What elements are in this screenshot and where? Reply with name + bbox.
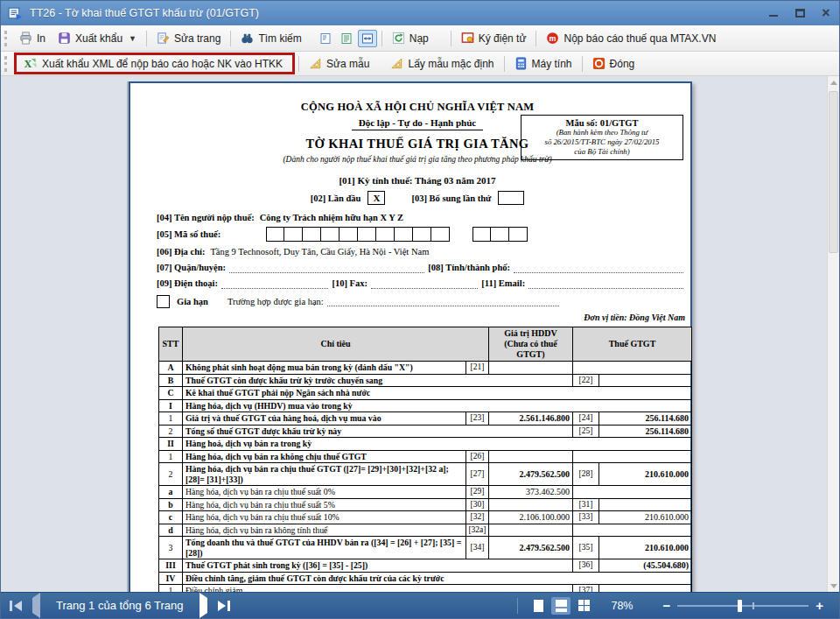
zoom-in-button[interactable]: + [808, 598, 830, 613]
dotted-line [229, 264, 424, 273]
zoom-slider[interactable] [677, 599, 808, 613]
table-cell: Giá trị và thuế GTGT của hàng hoá, dịch … [183, 412, 466, 426]
table-row: IIHàng hoá, dịch vụ bán ra trong kỳ [159, 438, 692, 451]
continuous-view-button[interactable] [551, 597, 570, 615]
window-title: TT26 - Tờ khai thuế GTGT khấu trừ (01/GT… [30, 7, 259, 19]
tax-code-label: [05] Mã số thuế: [157, 229, 220, 239]
page-indicator: Trang 1 của tổng 6 Trang [56, 599, 184, 612]
table-cell: 2.561.146.800 [488, 412, 572, 426]
table-cell: [22] [572, 374, 598, 387]
toolbar-grip[interactable] [4, 31, 9, 46]
toolbar-grip[interactable] [4, 56, 9, 72]
vertical-scrollbar[interactable] [827, 76, 839, 592]
table-cell: b [159, 498, 183, 511]
single-page-view-button[interactable] [528, 597, 548, 615]
table-cell: [23] [466, 412, 488, 426]
next-page-button[interactable] [200, 598, 207, 614]
mtax-submit-button[interactable]: m Nộp báo cáo thuế qua MTAX.VN [540, 28, 722, 48]
refresh-icon [392, 32, 405, 45]
minimize-button[interactable] [767, 7, 780, 19]
export-xml-button[interactable]: X Xuất khẩu XML để nộp báo cáo hoặc NK v… [19, 54, 287, 73]
table-cell: Hàng hóa, dịch vụ bán ra không chịu thuế… [183, 450, 466, 463]
table-cell: 2.479.562.500 [488, 537, 572, 559]
edit-page-button[interactable]: Sửa trang [150, 28, 227, 48]
national-motto: CỘNG HOÀ XÃ HỘI CHỦ NGHĨA VIỆT NAM [157, 101, 678, 114]
app-window: TT26 - Tờ khai thuế GTGT khấu trừ (01/GT… [0, 0, 840, 619]
table-cell: [30] [466, 498, 488, 511]
toolbar-separator [146, 31, 147, 46]
zoom-out-button[interactable]: − [655, 598, 677, 613]
table-cell: 2 [159, 463, 183, 486]
close-form-icon [592, 57, 606, 70]
taxpayer-value: Công ty Trách nhiệm hữu hạn X Y Z [260, 212, 403, 223]
zoom-slider-track[interactable] [677, 605, 808, 607]
table-cell [572, 362, 691, 375]
zoom-slider-thumb[interactable] [738, 600, 742, 612]
edit-page-label: Sửa trang [174, 32, 220, 45]
table-row: BThuế GTGT còn được khấu trừ kỳ trước ch… [159, 374, 692, 387]
export-button[interactable]: Xuất khẩu ▼ [52, 28, 143, 48]
calculator-button[interactable]: Máy tính [508, 53, 578, 74]
table-cell: 1 [159, 412, 183, 426]
print-button[interactable]: In [13, 28, 52, 48]
digital-sign-label: Ký điện tử [479, 32, 527, 45]
table-cell: C [159, 387, 183, 400]
table-header-cell: Thuế GTGT [572, 327, 691, 362]
edit-template-label: Sửa mẫu [326, 58, 369, 70]
last-page-button[interactable] [218, 601, 230, 611]
page-layout-icon [319, 32, 332, 45]
digital-sign-button[interactable]: Ký điện tử [455, 28, 533, 48]
table-cell: Thuế GTGT phát sinh trong kỳ ([36] = [35… [183, 559, 573, 573]
scroll-down-arrow-icon[interactable] [828, 580, 839, 592]
load-button[interactable]: Nạp [386, 28, 435, 48]
supplement-box [498, 191, 524, 205]
calculator-label: Máy tính [532, 58, 572, 70]
table-cell: 256.114.680 [598, 425, 691, 438]
table-cell: Hàng hoá, dịch vụ bán ra trong kỳ [183, 438, 692, 451]
table-cell: [25] [572, 425, 598, 438]
statusbar-separator [517, 598, 518, 614]
table-header-cell: Giá trị HDDV (Chưa có thuế GTGT) [488, 327, 572, 362]
table-cell: [28] [572, 463, 598, 486]
address-value: Tầng 9 Technosoft, Duy Tân, Cầu Giấy, Hà… [210, 246, 429, 257]
tax-code-suffix-cells [472, 227, 528, 242]
table-row: bHàng hóa, dịch vụ bán ra chịu thuế suất… [159, 498, 692, 511]
table-cell: [21] [466, 362, 488, 375]
table-cell: [37] [572, 585, 598, 593]
close-form-button[interactable]: Đóng [586, 53, 641, 74]
table-cell: Hàng hóa, dịch vụ bán ra không tính thuế [183, 524, 466, 537]
search-button[interactable]: Tìm kiếm [234, 28, 307, 48]
table-cell: 210.610.000 [598, 463, 691, 486]
view-continuous-button[interactable] [337, 30, 356, 47]
scroll-up-arrow-icon[interactable] [828, 76, 839, 88]
table-cell: [32a] [466, 524, 488, 537]
scrollbar-thumb[interactable] [829, 91, 838, 253]
toolbar-separator [230, 31, 231, 46]
app-icon [8, 6, 23, 21]
maximize-button[interactable] [794, 7, 806, 19]
form-number-note: (Ban hành kèm theo Thông tư [523, 128, 681, 137]
view-single-page-button[interactable] [316, 30, 335, 47]
table-cell [488, 524, 572, 537]
chevron-down-icon[interactable]: ▼ [129, 34, 136, 43]
mtax-submit-label: Nộp báo cáo thuế qua MTAX.VN [564, 32, 716, 45]
table-cell [598, 498, 691, 511]
close-window-button[interactable]: × [820, 7, 832, 19]
form-number-note: số 26/2015/TT-BTC ngày 27/02/2015 [523, 137, 681, 147]
view-fit-width-button[interactable] [358, 30, 377, 47]
edit-template-button[interactable]: Sửa mẫu [303, 53, 375, 74]
national-motto-2: Độc lập - Tự do - Hạnh phúc [352, 117, 483, 130]
default-template-button[interactable]: Lấy mẫu mặc định [384, 53, 500, 74]
table-header-cell: STT [159, 327, 183, 362]
toolbar-secondary: X Xuất khẩu XML để nộp báo cáo hoặc NK v… [1, 52, 839, 76]
previous-page-button[interactable] [32, 598, 40, 614]
fax-label: [10] Fax: [332, 278, 368, 289]
table-cell: [26] [466, 450, 488, 463]
taxpayer-label: [04] Tên người nộp thuế: [157, 212, 255, 223]
first-page-button[interactable] [10, 601, 22, 611]
toolbar-separator [451, 31, 452, 46]
zoom-level: 78% [611, 600, 633, 612]
table-cell: I [159, 399, 183, 412]
grid-view-button[interactable] [574, 597, 593, 615]
table-cell [572, 450, 691, 463]
